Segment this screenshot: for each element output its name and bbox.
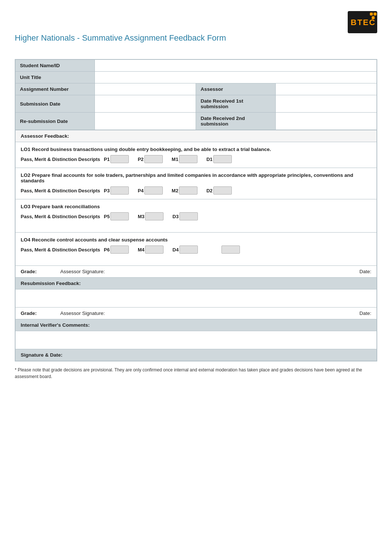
lo-section-1: LO1 Record business transactions using d… bbox=[15, 142, 377, 168]
date-received-1st-label: Date Received 1st submission bbox=[196, 95, 275, 113]
submission-date-row: Submission Date Date Received 1st submis… bbox=[16, 95, 377, 113]
svg-rect-2 bbox=[370, 13, 373, 16]
extra-box-lo4[interactable] bbox=[221, 246, 240, 254]
lo-section-2: LO2 Prepare final accounts for sole trad… bbox=[15, 168, 377, 199]
unit-title-value[interactable] bbox=[95, 72, 377, 83]
descriptor-label-2-1: P4 bbox=[138, 188, 144, 193]
pass-merit-label-2: Pass, Merit & Distinction Descripts bbox=[21, 188, 100, 193]
date-received-2nd-label: Date Received 2nd submission bbox=[196, 113, 275, 130]
pass-row-1: Pass, Merit & Distinction DescriptsP1P2M… bbox=[21, 155, 371, 163]
descriptor-label-2-2: M2 bbox=[172, 188, 178, 193]
btec-logo: BTEC bbox=[348, 11, 377, 33]
descriptor-pair-3-0: P5 bbox=[104, 212, 131, 220]
descriptor-box-3-0[interactable] bbox=[110, 212, 129, 220]
descriptor-label-1-0: P1 bbox=[104, 157, 110, 162]
pass-merit-label-4: Pass, Merit & Distinction Descripts bbox=[21, 247, 100, 253]
descriptor-box-1-2[interactable] bbox=[179, 155, 197, 163]
descriptor-box-3-2[interactable] bbox=[179, 212, 198, 220]
descriptor-pair-2-1: P4 bbox=[138, 186, 165, 195]
page-title: Higher Nationals - Summative Assignment … bbox=[15, 33, 226, 43]
descriptor-pair-3-2: D3 bbox=[172, 212, 200, 220]
resubmission-date-row: Re-submission Date Date Received 2nd sub… bbox=[16, 113, 377, 130]
student-name-row: Student Name/ID bbox=[16, 60, 377, 72]
resubmission-feedback-content[interactable] bbox=[15, 289, 377, 308]
assessor-sig-label-1: Assessor Signature: bbox=[60, 269, 105, 274]
descriptor-pair-2-0: P3 bbox=[104, 186, 131, 195]
submission-date-value[interactable] bbox=[95, 95, 196, 113]
lo-title-4: LO4 Reconcile control accounts and clear… bbox=[21, 237, 371, 243]
internal-verifier-bar: Internal Verifier's Comments: bbox=[15, 319, 377, 331]
lo-title-2: LO2 Prepare final accounts for sole trad… bbox=[21, 172, 371, 183]
descriptor-label-4-2: D4 bbox=[172, 247, 179, 253]
grade-label-1: Grade: bbox=[21, 269, 37, 274]
unit-title-row: Unit Title bbox=[16, 72, 377, 83]
descriptor-pair-1-1: P2 bbox=[138, 155, 165, 163]
assessor-sig-label-2: Assessor Signature: bbox=[60, 310, 105, 316]
descriptor-box-1-3[interactable] bbox=[213, 155, 232, 163]
descriptor-label-1-3: D1 bbox=[206, 157, 213, 162]
date-received-2nd-value[interactable] bbox=[275, 113, 376, 130]
grade-row-2: Grade: Assessor Signature: Date: bbox=[15, 308, 377, 319]
date-cell-1: Date: bbox=[196, 269, 371, 274]
assignment-number-row: Assignment Number Assessor bbox=[16, 83, 377, 95]
descriptor-pair-1-3: D1 bbox=[206, 155, 234, 163]
descriptor-pair-1-2: M1 bbox=[172, 155, 200, 163]
resubmission-date-label: Re-submission Date bbox=[16, 113, 95, 130]
descriptor-box-2-3[interactable] bbox=[213, 186, 232, 195]
grade-row-1: Grade: Assessor Signature: Date: bbox=[15, 266, 377, 278]
grade-cell-1: Grade: Assessor Signature: bbox=[21, 269, 196, 274]
date-received-1st-value[interactable] bbox=[275, 95, 376, 113]
descriptor-label-3-2: D3 bbox=[172, 214, 179, 219]
lo-title-3: LO3 Prepare bank reconciliations bbox=[21, 204, 371, 209]
descriptor-box-2-1[interactable] bbox=[144, 186, 163, 195]
lo-title-1: LO1 Record business transactions using d… bbox=[21, 147, 371, 152]
grade-label-2: Grade: bbox=[21, 310, 37, 316]
assessor-value[interactable] bbox=[275, 83, 376, 95]
descriptor-label-3-0: P5 bbox=[104, 214, 110, 219]
svg-text:BTEC: BTEC bbox=[351, 18, 376, 27]
internal-verifier-content[interactable] bbox=[15, 331, 377, 349]
submission-date-label: Submission Date bbox=[16, 95, 95, 113]
descriptor-label-4-0: P6 bbox=[104, 247, 110, 253]
descriptor-label-1-1: P2 bbox=[138, 157, 144, 162]
pass-row-2: Pass, Merit & Distinction DescriptsP3P4M… bbox=[21, 186, 371, 195]
unit-title-label: Unit Title bbox=[16, 72, 95, 83]
info-table: Student Name/ID Unit Title Assignment Nu… bbox=[15, 59, 377, 130]
descriptor-box-1-1[interactable] bbox=[144, 155, 163, 163]
descriptor-pair-4-2: D4 bbox=[172, 246, 200, 254]
assessor-label: Assessor bbox=[196, 83, 275, 95]
descriptor-box-4-2[interactable] bbox=[179, 246, 198, 254]
descriptor-box-3-1[interactable] bbox=[145, 212, 164, 220]
student-name-value[interactable] bbox=[95, 60, 377, 72]
descriptor-box-2-0[interactable] bbox=[110, 186, 129, 195]
descriptor-pair-2-2: M2 bbox=[172, 186, 200, 195]
descriptor-box-1-0[interactable] bbox=[110, 155, 129, 163]
pass-merit-label-3: Pass, Merit & Distinction Descripts bbox=[21, 214, 100, 219]
lo-section-3: LO3 Prepare bank reconciliationsPass, Me… bbox=[15, 199, 377, 233]
assignment-number-label: Assignment Number bbox=[16, 83, 95, 95]
descriptor-box-4-1[interactable] bbox=[145, 246, 164, 254]
form-container: Student Name/ID Unit Title Assignment Nu… bbox=[15, 59, 377, 361]
descriptor-box-2-2[interactable] bbox=[179, 186, 197, 195]
descriptor-pair-1-0: P1 bbox=[104, 155, 131, 163]
pass-row-4: Pass, Merit & Distinction DescriptsP6M4D… bbox=[21, 246, 371, 254]
descriptor-label-3-1: M3 bbox=[138, 214, 144, 219]
svg-rect-3 bbox=[374, 13, 376, 16]
pass-merit-label-1: Pass, Merit & Distinction Descripts bbox=[21, 157, 100, 162]
student-name-label: Student Name/ID bbox=[16, 60, 95, 72]
descriptor-label-2-3: D2 bbox=[206, 188, 213, 193]
assignment-number-value[interactable] bbox=[95, 83, 196, 95]
descriptor-label-2-0: P3 bbox=[104, 188, 110, 193]
resubmission-date-value[interactable] bbox=[95, 113, 196, 130]
resubmission-feedback-bar: Resubmission Feedback: bbox=[15, 278, 377, 289]
lo-section-4: LO4 Reconcile control accounts and clear… bbox=[15, 233, 377, 266]
descriptor-pair-3-1: M3 bbox=[138, 212, 166, 220]
descriptor-label-1-2: M1 bbox=[172, 157, 178, 162]
descriptor-box-4-0[interactable] bbox=[110, 246, 129, 254]
svg-rect-4 bbox=[372, 16, 375, 19]
footnote: * Please note that grade decisions are p… bbox=[15, 367, 377, 380]
descriptor-pair-4-1: M4 bbox=[138, 246, 166, 254]
grade-cell-2: Grade: Assessor Signature: bbox=[21, 310, 196, 316]
assessor-feedback-bar: Assessor Feedback: bbox=[15, 130, 377, 142]
descriptor-pair-2-3: D2 bbox=[206, 186, 234, 195]
